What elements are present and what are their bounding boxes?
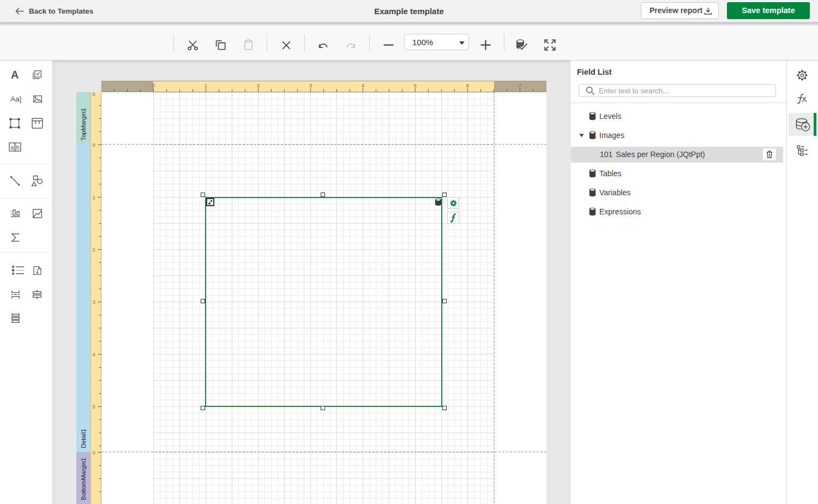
svg-text:5: 5 bbox=[93, 404, 95, 410]
svg-text:2: 2 bbox=[257, 83, 260, 88]
svg-text:0: 0 bbox=[93, 142, 95, 148]
svg-text:b: b bbox=[16, 144, 20, 151]
svg-text:6: 6 bbox=[466, 83, 469, 88]
svg-text:3: 3 bbox=[309, 83, 312, 88]
svg-text:a: a bbox=[10, 144, 14, 151]
svg-text:2: 2 bbox=[93, 247, 95, 253]
svg-text:1: 1 bbox=[204, 83, 207, 88]
svg-text:5: 5 bbox=[414, 83, 417, 88]
svg-text:7: 7 bbox=[519, 83, 521, 88]
svg-text:1: 1 bbox=[93, 195, 95, 200]
svg-text:4: 4 bbox=[362, 83, 364, 88]
svg-text:0: 0 bbox=[93, 450, 95, 455]
svg-text:3: 3 bbox=[93, 299, 95, 305]
svg-text:0: 0 bbox=[152, 83, 155, 88]
svg-text:4: 4 bbox=[93, 352, 95, 357]
svg-text:0: 0 bbox=[93, 92, 95, 97]
